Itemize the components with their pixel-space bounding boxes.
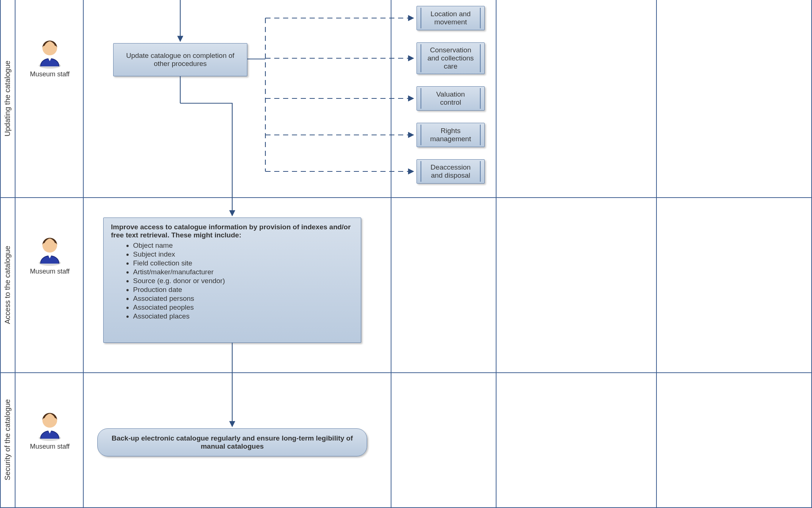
infobox-heading: Improve access to catalogue information …	[111, 223, 353, 239]
swimlane-diagram: Updating the catalogue Access to the cat…	[0, 0, 812, 508]
list-item: Source (e.g. donor or vendor)	[133, 277, 353, 285]
list-item: Production date	[133, 286, 353, 294]
actor-museum-staff-lane3: Museum staff	[28, 409, 72, 450]
lane-label-access: Access to the catalogue	[0, 197, 15, 372]
actor-caption: Museum staff	[28, 268, 72, 275]
infobox-list: Object name Subject index Field collecti…	[111, 241, 353, 320]
list-item: Subject index	[133, 250, 353, 258]
process-update-catalogue: Update catalogue on completion of other …	[113, 43, 247, 76]
person-icon	[35, 234, 64, 267]
lane-label-updating: Updating the catalogue	[0, 0, 15, 197]
list-item: Artist/maker/manufacturer	[133, 268, 353, 276]
person-icon	[35, 37, 64, 69]
column-divider-2	[391, 0, 391, 508]
actor-museum-staff-lane2: Museum staff	[28, 234, 72, 275]
subprocess-rights-management: Rights management	[417, 123, 485, 147]
actor-column-divider	[83, 0, 84, 508]
list-item: Associated peoples	[133, 303, 353, 312]
list-item: Object name	[133, 241, 353, 250]
process-improve-access: Improve access to catalogue information …	[103, 218, 361, 343]
list-item: Associated places	[133, 312, 353, 320]
lane-divider-2-3	[0, 372, 812, 373]
subprocess-valuation-control: Valuation control	[417, 86, 485, 111]
actor-museum-staff-lane1: Museum staff	[28, 37, 72, 78]
actor-caption: Museum staff	[28, 71, 72, 78]
subprocess-deaccession-disposal: Deaccession and disposal	[417, 159, 485, 184]
column-divider-4	[656, 0, 657, 508]
lane-label-security: Security of the catalogue	[0, 372, 15, 507]
subprocess-conservation-care: Conservation and collections care	[417, 42, 485, 74]
terminator-backup-catalogue: Back-up electronic catalogue regularly a…	[97, 428, 367, 456]
person-icon	[35, 409, 64, 442]
subprocess-location-movement: Location and movement	[417, 6, 485, 30]
list-item: Field collection site	[133, 259, 353, 267]
column-divider-3	[496, 0, 496, 508]
lane-divider-1-2	[0, 197, 812, 198]
lane-title-divider	[15, 0, 15, 508]
actor-caption: Museum staff	[28, 443, 72, 450]
list-item: Associated persons	[133, 295, 353, 303]
